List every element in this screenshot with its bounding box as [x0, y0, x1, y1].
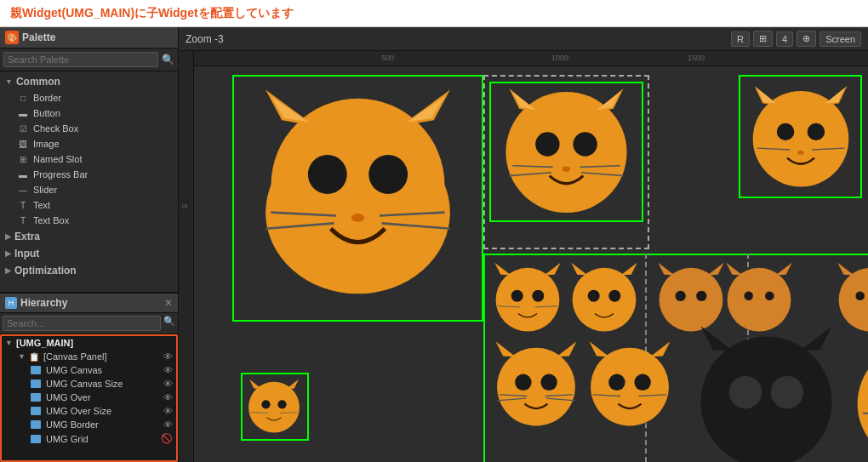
umg-canvas-widget-icon: [31, 366, 41, 374]
palette-list: ▼ Common □ Border ▬ Button ☑ Check Box 🖼…: [0, 71, 178, 292]
checkbox-label: Check Box: [33, 123, 78, 134]
umg-over-eye-icon[interactable]: 👁: [163, 392, 173, 402]
umg-main-arrow: ▼: [5, 339, 14, 347]
canvas-panel-folder-icon: 📋: [29, 352, 41, 362]
palette-section-input[interactable]: ▶ Input: [0, 245, 178, 262]
canvas-content[interactable]: [194, 66, 868, 462]
palette-section-common[interactable]: ▼ Common: [0, 73, 178, 90]
umg-over-size-label: UMG Over Size: [46, 406, 161, 416]
svg-marker-53: [620, 263, 637, 276]
svg-point-9: [380, 166, 397, 183]
umg-canvas-size-widget-icon: [31, 379, 41, 388]
umg-canvas-eye-icon[interactable]: 👁: [163, 365, 173, 375]
svg-point-68: [855, 292, 865, 301]
umg-over-size-eye-icon[interactable]: 👁: [163, 406, 173, 416]
svg-marker-71: [495, 341, 516, 356]
umg-canvas-size-eye-icon[interactable]: 👁: [163, 379, 173, 389]
tree-item-umg-border[interactable]: UMG Border 👁: [2, 418, 176, 431]
cat-face-tiny: [245, 377, 303, 435]
palette-search-input[interactable]: [3, 52, 158, 67]
cat-face-medium: [492, 85, 641, 220]
toolbar-r-button[interactable]: R: [731, 31, 750, 47]
palette-item-textbox[interactable]: T Text Box: [0, 213, 178, 228]
canvas-area: Zoom -3 R ⊞ 4 ⊕ Screen 500 1000 1500 5: [179, 27, 868, 462]
palette-item-text[interactable]: T Text: [0, 197, 178, 213]
button-icon: ▬: [17, 107, 29, 119]
umg-border-eye-icon[interactable]: 👁: [163, 419, 173, 430]
textbox-icon: T: [17, 214, 29, 226]
progressbar-icon: ▬: [17, 168, 29, 180]
checkbox-icon: ☑: [17, 123, 29, 134]
umg-canvas-label: UMG Canvas: [46, 365, 161, 375]
umg-grid-eye-icon[interactable]: 🚫: [161, 433, 173, 444]
svg-point-47: [511, 290, 523, 302]
canvas-panel-eye-icon[interactable]: 👁: [163, 351, 173, 362]
palette-item-checkbox[interactable]: ☑ Check Box: [0, 121, 178, 136]
tree-item-umg-over[interactable]: UMG Over 👁: [2, 391, 176, 404]
palette-item-namedslot[interactable]: ⊞ Named Slot: [0, 151, 178, 167]
palette-icon: 🎨: [5, 31, 19, 44]
svg-point-51: [573, 268, 637, 332]
text-icon: T: [17, 199, 29, 211]
hierarchy-section: H Hierarchy ✕ 🔍 ▼ [UMG_MAIN] ▼ 📋 [Canvas…: [0, 292, 178, 462]
svg-point-44: [496, 268, 560, 332]
image-icon: 🖼: [17, 138, 29, 150]
hierarchy-title: Hierarchy: [20, 297, 161, 309]
textbox-label: Text Box: [33, 215, 69, 225]
svg-point-21: [573, 132, 597, 156]
palette-section-extra[interactable]: ▶ Extra: [0, 228, 178, 245]
svg-point-1: [271, 99, 445, 272]
palette-section-optimization[interactable]: ▶ Optimization: [0, 262, 178, 279]
toolbar-cross-button[interactable]: ⊕: [797, 31, 816, 47]
svg-marker-45: [494, 263, 511, 276]
tree-item-umg-over-size[interactable]: UMG Over Size 👁: [2, 404, 176, 418]
tree-item-umg-grid[interactable]: UMG Grid 🚫: [2, 431, 176, 446]
ruler-top: 500 1000 1500: [194, 51, 868, 66]
svg-point-34: [797, 151, 804, 155]
toolbar-screen-button[interactable]: Screen: [819, 31, 861, 47]
namedslot-icon: ⊞: [17, 153, 29, 165]
palette-title: Palette: [22, 31, 55, 43]
canvas-viewport[interactable]: 500 1000 1500 5: [179, 51, 868, 462]
tree-item-canvas-panel[interactable]: ▼ 📋 [Canvas Panel] 👁: [2, 350, 176, 363]
palette-item-image[interactable]: 🖼 Image: [0, 136, 178, 151]
palette-item-border[interactable]: □ Border: [0, 90, 178, 106]
palette-item-progressbar[interactable]: ▬ Progress Bar: [0, 167, 178, 182]
grid-cat-1: [490, 260, 565, 335]
zoom-label: Zoom -3: [186, 33, 224, 45]
svg-point-64: [744, 292, 753, 301]
slider-icon: —: [17, 184, 29, 196]
grid-cat-row2-1: [490, 339, 582, 431]
svg-marker-72: [557, 341, 577, 356]
input-arrow-icon: ▶: [5, 249, 11, 258]
umg-border-widget-icon: [31, 420, 41, 429]
svg-point-22: [562, 167, 570, 172]
grid-cat-row2-right: [832, 330, 868, 462]
umg-canvas-size-label: UMG Canvas Size: [46, 379, 161, 389]
svg-marker-57: [658, 263, 674, 276]
palette-search-bar[interactable]: 🔍: [0, 48, 178, 71]
palette-item-slider[interactable]: — Slider: [0, 182, 178, 197]
svg-marker-67: [837, 263, 854, 276]
hierarchy-close-button[interactable]: ✕: [164, 297, 173, 309]
hierarchy-search-icon: 🔍: [163, 316, 175, 331]
tree-item-umg-main[interactable]: ▼ [UMG_MAIN]: [2, 336, 176, 350]
svg-marker-62: [726, 263, 742, 276]
hierarchy-tree: ▼ [UMG_MAIN] ▼ 📋 [Canvas Panel] 👁 UMG Ca…: [0, 334, 178, 462]
tree-item-umg-canvas[interactable]: UMG Canvas 👁: [2, 363, 176, 377]
canvas-toolbar: Zoom -3 R ⊞ 4 ⊕ Screen: [179, 27, 868, 51]
hierarchy-search-bar[interactable]: 🔍: [0, 313, 178, 334]
ruler-mark-1000: 1000: [551, 54, 568, 62]
main-content: 🎨 Palette 🔍 ▼ Common □ Border ▬ Button ☑: [0, 27, 868, 462]
svg-point-70: [497, 348, 575, 426]
extra-arrow-icon: ▶: [5, 232, 11, 241]
hierarchy-search-input[interactable]: [3, 316, 161, 331]
svg-marker-2: [266, 90, 314, 126]
grid-cat-row2-large: [688, 322, 845, 462]
svg-point-20: [535, 132, 559, 156]
palette-item-button[interactable]: ▬ Button: [0, 106, 178, 121]
tree-item-umg-canvas-size[interactable]: UMG Canvas Size 👁: [2, 377, 176, 391]
toolbar-4-button[interactable]: 4: [776, 31, 793, 47]
grid-cat-row2-2: [584, 339, 676, 431]
toolbar-grid-button[interactable]: ⊞: [753, 31, 773, 47]
